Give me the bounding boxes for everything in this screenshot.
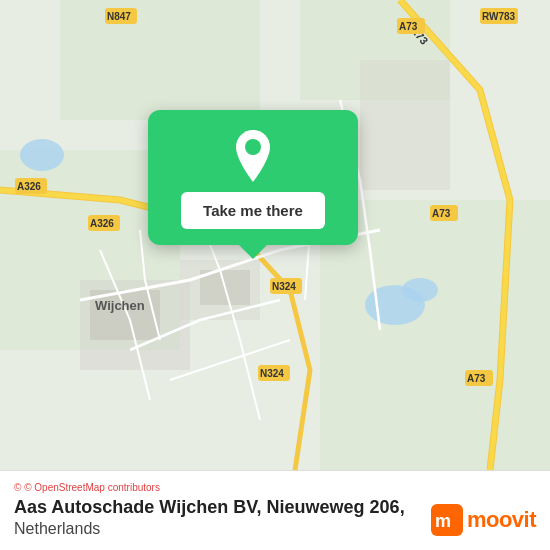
attribution-text: © OpenStreetMap contributors bbox=[24, 482, 160, 493]
moovit-logo-text: moovit bbox=[467, 507, 536, 533]
location-address: Aas Autoschade Wijchen BV, Nieuweweg 206… bbox=[14, 497, 405, 517]
svg-text:N324: N324 bbox=[272, 281, 296, 292]
popup-card: Take me there bbox=[148, 110, 358, 245]
svg-text:N324: N324 bbox=[260, 368, 284, 379]
svg-point-6 bbox=[20, 139, 64, 171]
copyright-symbol: © bbox=[14, 482, 21, 493]
svg-text:A326: A326 bbox=[90, 218, 114, 229]
take-me-there-button[interactable]: Take me there bbox=[181, 192, 325, 229]
svg-text:m: m bbox=[435, 511, 451, 531]
svg-point-34 bbox=[245, 139, 261, 155]
location-country: Netherlands bbox=[14, 520, 100, 537]
bottom-bar: © © OpenStreetMap contributors Aas Autos… bbox=[0, 470, 550, 550]
svg-text:Wijchen: Wijchen bbox=[95, 298, 145, 313]
svg-text:RW783: RW783 bbox=[482, 11, 516, 22]
svg-text:A73: A73 bbox=[467, 373, 486, 384]
attribution: © © OpenStreetMap contributors bbox=[14, 482, 536, 493]
svg-rect-11 bbox=[360, 60, 450, 190]
map-container: A73 A73 A73 A73 A326 A326 N324 N324 N847… bbox=[0, 0, 550, 470]
svg-rect-2 bbox=[60, 0, 260, 120]
location-pin-icon bbox=[231, 130, 275, 182]
moovit-logo-icon: m bbox=[431, 504, 463, 536]
svg-text:A73: A73 bbox=[432, 208, 451, 219]
svg-text:A326: A326 bbox=[17, 181, 41, 192]
svg-text:A73: A73 bbox=[399, 21, 418, 32]
moovit-logo: m moovit bbox=[431, 504, 536, 536]
svg-text:N847: N847 bbox=[107, 11, 131, 22]
svg-point-8 bbox=[402, 278, 438, 302]
